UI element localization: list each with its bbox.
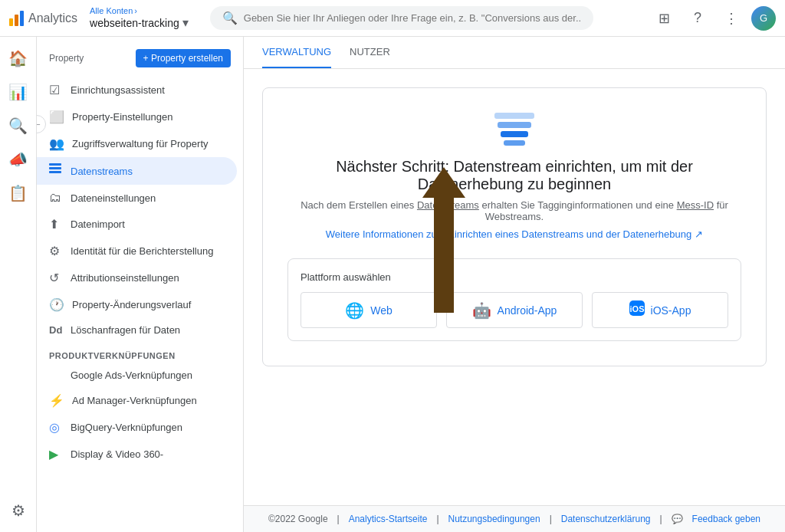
footer-divider3: | — [550, 514, 552, 524]
svg-text:iOS: iOS — [629, 304, 644, 314]
breadcrumb-chevron: › — [134, 6, 137, 15]
loeschanfragen-icon: Dd — [49, 324, 63, 336]
zugriffsverwaltung-icon: 👥 — [49, 136, 64, 151]
analytics-startseite-link[interactable]: Analytics-Startseite — [349, 514, 428, 524]
footer: ©2022 Google | Analytics-Startseite | Nu… — [244, 505, 785, 532]
bigquery-icon: ◎ — [49, 420, 63, 435]
produktverknuepfungen-header: PRODUKTVERKNÜPFUNGEN — [37, 342, 243, 363]
analytics-logo-icon — [9, 11, 24, 26]
svg-rect-5 — [501, 131, 528, 137]
sidebar-item-display-video[interactable]: ▶ Display & Video 360- — [37, 441, 237, 468]
info-link[interactable]: Weitere Informationen zum Einrichten ein… — [326, 228, 703, 240]
help-icon[interactable]: ? — [684, 5, 711, 32]
avatar[interactable]: G — [751, 6, 776, 31]
nutzungsbedingungen-link[interactable]: Nutzungsbedingungen — [448, 514, 540, 524]
svg-rect-3 — [494, 113, 534, 119]
main-title: Nächster Schritt: Datenstream einrichten… — [287, 158, 741, 193]
sidebar-item-ad-manager[interactable]: ⚡ Ad Manager-Verknüpfungen — [37, 387, 237, 414]
nav-explore-icon[interactable]: 🔍 — [3, 110, 34, 141]
web-label: Web — [370, 304, 392, 317]
left-nav: 🏠 📊 🔍 📣 📋 ⚙ — [0, 37, 37, 532]
display-video-icon: ▶ — [49, 447, 63, 461]
app-name: Analytics — [28, 11, 77, 25]
nav-home-icon[interactable]: 🏠 — [3, 43, 34, 74]
svg-rect-6 — [504, 140, 525, 146]
footer-copyright: ©2022 Google — [268, 514, 328, 524]
tabs: VERWALTUNG NUTZER — [244, 37, 785, 69]
nav-advertising-icon[interactable]: 📣 — [3, 144, 34, 175]
nav-reports-icon[interactable]: 📊 — [3, 77, 34, 107]
android-platform-button[interactable]: 🤖 Android-App — [446, 292, 583, 328]
search-bar[interactable]: 🔍 — [210, 6, 593, 30]
datenimport-icon: ⬆ — [49, 217, 63, 232]
external-link-icon: ↗ — [695, 228, 703, 240]
apps-icon[interactable]: ⊞ — [650, 5, 678, 32]
sidebar-item-label: Attributionseinstellungen — [71, 272, 179, 284]
chevron-down-icon: ▾ — [182, 15, 189, 30]
account-name: webseiten-tracking — [90, 17, 179, 29]
platform-label: Plattform auswählen — [301, 271, 728, 283]
search-input[interactable] — [244, 12, 581, 24]
sidebar-item-google-ads[interactable]: Google Ads-Verknüpfungen — [37, 363, 237, 387]
sidebar-item-datenimport[interactable]: ⬆ Datenimport — [37, 211, 237, 238]
sidebar-item-attributionseinstellungen[interactable]: ↺ Attributionseinstellungen — [37, 264, 237, 291]
main-content: VERWALTUNG NUTZER Nächster Schritt: Date… — [244, 37, 785, 532]
create-property-button[interactable]: + Property erstellen — [136, 49, 231, 67]
android-label: Android-App — [498, 304, 557, 317]
subtitle-underline2: Mess-ID — [677, 199, 714, 211]
main-card: Nächster Schritt: Datenstream einrichten… — [262, 87, 767, 366]
sidebar-item-label: Ad Manager-Verknüpfungen — [72, 395, 197, 406]
property-einstellungen-icon: ⬜ — [49, 110, 64, 124]
sidebar-item-property-einstellungen[interactable]: ⬜ Property-Einstellungen — [37, 103, 237, 130]
ios-label: iOS-App — [651, 304, 691, 317]
sidebar-item-dateneinstellungen[interactable]: 🗂 Dateneinstellungen — [37, 185, 237, 211]
datenschutzerklaerung-link[interactable]: Datenschutzerklärung — [561, 514, 651, 524]
identitaet-icon: ⚙ — [49, 244, 63, 258]
breadcrumb-parent-link[interactable]: Alle Konten — [90, 6, 133, 15]
web-platform-button[interactable]: 🌐 Web — [301, 292, 437, 328]
nav-settings-icon[interactable]: ⚙ — [3, 495, 34, 526]
sidebar-item-label: Datenstreams — [71, 166, 133, 177]
android-icon: 🤖 — [472, 301, 491, 320]
datenstreams-icon — [49, 163, 63, 179]
tab-verwaltung[interactable]: VERWALTUNG — [262, 37, 331, 68]
logo: Analytics — [9, 11, 77, 26]
sidebar-item-label: Property-Änderungsverlauf — [72, 299, 191, 310]
footer-divider4: | — [659, 514, 662, 524]
tab-nutzer[interactable]: NUTZER — [350, 37, 390, 68]
sidebar: Property + Property erstellen ← ☑ Einric… — [37, 37, 244, 532]
svg-rect-4 — [498, 122, 531, 128]
web-icon: 🌐 — [345, 301, 364, 320]
dateneinstellungen-icon: 🗂 — [49, 191, 63, 205]
sidebar-item-label: Einrichtungsassistent — [71, 84, 165, 96]
sidebar-item-datenstreams[interactable]: Datenstreams — [37, 157, 237, 185]
ios-platform-button[interactable]: iOS iOS-App — [592, 292, 728, 328]
sidebar-item-label: Dateneinstellungen — [71, 192, 156, 204]
sidebar-item-bigquery[interactable]: ◎ BigQuery-Verknüpfungen — [37, 414, 237, 441]
more-options-icon[interactable]: ⋮ — [718, 5, 745, 32]
breadcrumb-current[interactable]: webseiten-tracking ▾ — [90, 15, 189, 30]
breadcrumb-parent: Alle Konten › — [90, 6, 189, 15]
ios-icon: iOS — [629, 300, 645, 320]
subtitle-part2: erhalten Sie Tagginginformationen und ei… — [481, 199, 674, 211]
sidebar-header: Property + Property erstellen — [37, 49, 243, 77]
ad-manager-icon: ⚡ — [49, 393, 64, 408]
subtitle-underline1: Datenstreams — [417, 199, 479, 211]
sidebar-item-label: Identität für die Berichterstellung — [71, 245, 213, 257]
sidebar-item-label: Löschanfragen für Daten — [71, 324, 180, 336]
footer-divider2: | — [436, 514, 438, 524]
sidebar-item-zugriffsverwaltung[interactable]: 👥 Zugriffsverwaltung für Property — [37, 130, 237, 157]
layout: 🏠 📊 🔍 📣 📋 ⚙ Property + Property erstelle… — [0, 37, 785, 532]
sidebar-item-identitaet[interactable]: ⚙ Identität für die Berichterstellung — [37, 238, 237, 264]
sidebar-item-property-aenderung[interactable]: 🕐 Property-Änderungsverlauf — [37, 291, 237, 318]
sidebar-item-label: Google Ads-Verknüpfungen — [71, 369, 192, 381]
sidebar-item-einrichtungsassistent[interactable]: ☑ Einrichtungsassistent — [37, 77, 237, 103]
sidebar-item-loeschanfragen[interactable]: Dd Löschanfragen für Daten — [37, 318, 237, 342]
platform-buttons: 🌐 Web 🤖 Android-App iOS iOS-App — [301, 292, 728, 328]
footer-divider: | — [337, 514, 340, 524]
breadcrumb: Alle Konten › webseiten-tracking ▾ — [90, 6, 189, 30]
feedback-link[interactable]: Feedback geben — [692, 514, 760, 524]
feedback-icon: 💬 — [672, 514, 683, 524]
nav-configure-icon[interactable]: 📋 — [3, 178, 34, 209]
property-aenderung-icon: 🕐 — [49, 297, 64, 312]
